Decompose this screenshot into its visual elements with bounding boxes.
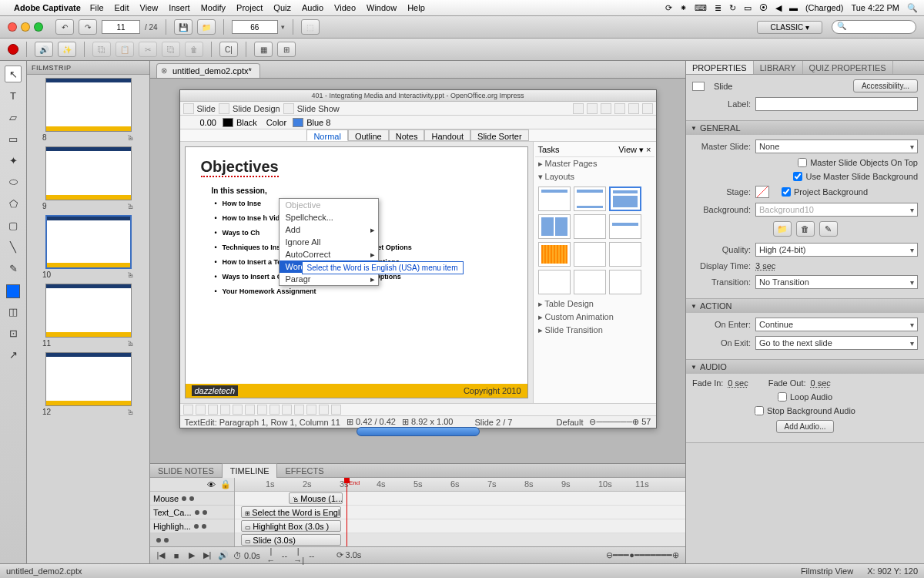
- filmstrip-slide[interactable]: 12🖯: [32, 352, 145, 416]
- bg-trash-button[interactable]: 🗑: [796, 221, 815, 237]
- stage-color-swatch[interactable]: [755, 186, 769, 198]
- menu-quiz[interactable]: Quiz: [273, 3, 291, 12]
- timeline-clip[interactable]: ▭ Slide (3.0s): [241, 534, 341, 546]
- menu-modify[interactable]: Modify: [201, 3, 226, 12]
- zoom-window-button[interactable]: [34, 22, 43, 32]
- filmstrip-slide[interactable]: 9🖯: [32, 146, 145, 210]
- bg-edit-button[interactable]: ✎: [819, 221, 838, 237]
- fill-color-swatch[interactable]: [6, 284, 20, 298]
- search-input[interactable]: 🔍: [832, 20, 916, 34]
- rewind-button[interactable]: |◀: [156, 550, 166, 560]
- wifi-icon[interactable]: ⦿: [759, 3, 768, 12]
- chk-loop-audio[interactable]: [778, 392, 787, 402]
- lock-icon[interactable]: 🔒: [220, 479, 231, 489]
- menu-edit[interactable]: Edit: [115, 3, 129, 12]
- transition-select[interactable]: No Transition: [755, 275, 918, 289]
- clock[interactable]: Tue 4:22 PM: [851, 3, 899, 12]
- track-label[interactable]: Highligh...: [153, 522, 191, 531]
- selection-tool[interactable]: ↖: [5, 66, 22, 82]
- bg-folder-button[interactable]: 📁: [773, 221, 792, 237]
- menu-insert[interactable]: Insert: [169, 3, 190, 12]
- fade-out-value[interactable]: 0 sec: [811, 378, 831, 388]
- snap-button[interactable]: ⊞: [277, 42, 296, 57]
- tab-effects[interactable]: EFFECTS: [277, 464, 331, 478]
- tab-properties[interactable]: PROPERTIES: [686, 61, 754, 74]
- polygon-tool[interactable]: ⬠: [5, 195, 22, 212]
- section-action-header[interactable]: ▼ACTION: [686, 299, 924, 313]
- horizontal-scrollbar[interactable]: [357, 427, 480, 436]
- section-general-header[interactable]: ▼GENERAL: [686, 121, 924, 135]
- zoom-dropdown-icon[interactable]: ▾: [281, 23, 285, 31]
- interaction-tool[interactable]: ✦: [5, 152, 22, 169]
- timeline-clip[interactable]: ⊞ Select the Word is English ...: [241, 506, 341, 518]
- play-button[interactable]: ▶: [187, 550, 196, 560]
- spotlight-icon[interactable]: 🔍: [907, 3, 918, 13]
- grid-button[interactable]: ▦: [254, 42, 273, 57]
- record-button[interactable]: [8, 44, 18, 55]
- filmstrip-slide[interactable]: 10🖯: [32, 215, 145, 279]
- timeline-clip[interactable]: ▭ Highlight Box (3.0s ): [241, 520, 341, 532]
- on-enter-select[interactable]: Continue: [755, 318, 918, 331]
- text-tool[interactable]: T: [5, 87, 22, 104]
- slide-label-input[interactable]: [755, 97, 918, 111]
- timemachine-icon[interactable]: ↻: [729, 3, 736, 13]
- on-exit-select[interactable]: Go to the next slide: [755, 336, 918, 350]
- section-audio-header[interactable]: ▼AUDIO: [686, 360, 924, 374]
- shape-tool[interactable]: ▱: [5, 109, 22, 126]
- open-button[interactable]: 📁: [197, 19, 216, 35]
- more-tool-2[interactable]: ⊡: [5, 324, 22, 341]
- redo-button[interactable]: ↷: [79, 19, 97, 35]
- menu-project[interactable]: Project: [236, 3, 263, 12]
- display-icon[interactable]: ▭: [744, 3, 752, 13]
- tab-slide-notes[interactable]: SLIDE NOTES: [150, 464, 222, 478]
- menu-video[interactable]: Video: [334, 3, 356, 12]
- menu-file[interactable]: File: [90, 3, 104, 12]
- canvas-area[interactable]: 401 - Integrating Media and Interactivit…: [150, 79, 685, 463]
- ellipse-tool[interactable]: ⬭: [5, 173, 22, 190]
- caption-button[interactable]: C|: [219, 42, 238, 57]
- fade-in-value[interactable]: 0 sec: [728, 378, 748, 388]
- forward-button[interactable]: ▶|: [203, 550, 212, 560]
- step-back-button[interactable]: |←: [266, 546, 276, 565]
- slide-number-input[interactable]: [102, 20, 140, 34]
- track-label[interactable]: Text_Ca...: [153, 508, 192, 517]
- stop-button[interactable]: ■: [172, 551, 181, 560]
- keyboard-icon[interactable]: ⌨: [695, 3, 707, 13]
- audio-tool-button[interactable]: 🔊: [35, 42, 53, 57]
- menu-help[interactable]: Help: [407, 3, 425, 12]
- app-name[interactable]: Adobe Captivate: [14, 3, 81, 12]
- more-tool-3[interactable]: ↗: [5, 346, 22, 363]
- eye-icon[interactable]: 👁: [207, 480, 216, 489]
- chk-use-master-bg[interactable]: [793, 172, 802, 181]
- timeline-playhead[interactable]: [346, 478, 347, 546]
- tab-quiz-properties[interactable]: QUIZ PROPERTIES: [803, 61, 893, 74]
- media-tool[interactable]: ▭: [5, 130, 22, 147]
- close-tab-icon[interactable]: ⊗: [161, 66, 167, 75]
- filmstrip-slide[interactable]: 11🖯: [32, 284, 145, 348]
- step-fwd-button[interactable]: |→|: [293, 546, 303, 565]
- bluetooth-icon[interactable]: ⁕: [680, 3, 687, 13]
- volume-icon[interactable]: ◀: [775, 3, 782, 13]
- quality-select[interactable]: High (24-bit): [755, 243, 918, 257]
- workspace-selector[interactable]: CLASSIC ▾: [757, 21, 822, 34]
- speaker-icon[interactable]: 🔊: [218, 550, 227, 560]
- timeline-clip[interactable]: 🖯 Mouse (1....: [289, 492, 343, 504]
- track-label[interactable]: Mouse: [153, 494, 179, 503]
- document-tab[interactable]: ⊗ untitled_demo2.cptx*: [156, 63, 260, 78]
- undo-button[interactable]: ↶: [55, 19, 74, 35]
- zoom-input[interactable]: [232, 20, 278, 34]
- pencil-tool[interactable]: ✎: [5, 260, 22, 277]
- menu-extra-icon[interactable]: ≣: [715, 3, 721, 13]
- chk-master-objects-on-top[interactable]: [798, 158, 807, 167]
- master-slide-select[interactable]: None: [755, 139, 918, 153]
- close-window-button[interactable]: [8, 22, 17, 32]
- filmstrip-slide[interactable]: 8🖯: [32, 78, 145, 142]
- chk-project-bg[interactable]: [782, 187, 791, 197]
- line-tool[interactable]: ╲: [5, 238, 22, 255]
- add-audio-button[interactable]: Add Audio...: [776, 420, 835, 433]
- menu-audio[interactable]: Audio: [302, 3, 323, 12]
- display-time-value[interactable]: 3 sec: [755, 261, 775, 271]
- minimize-window-button[interactable]: [21, 22, 30, 32]
- accessibility-button[interactable]: Accessibility...: [853, 79, 918, 92]
- sync-icon[interactable]: ⟳: [665, 3, 672, 13]
